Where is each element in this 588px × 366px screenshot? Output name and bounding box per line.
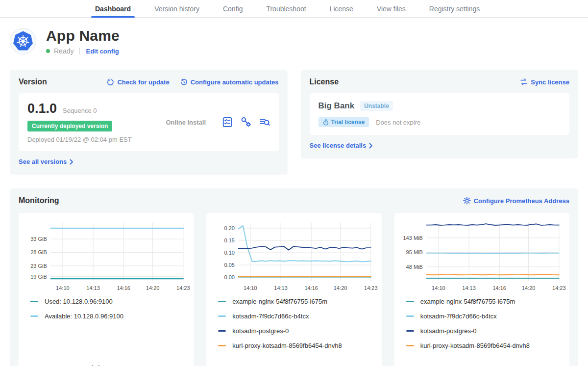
license-expiry: Does not expire [376, 119, 420, 126]
y-tick-label: 0.05 [224, 262, 235, 268]
x-tick-label: 14:20 [146, 285, 160, 291]
trial-license-badge: Trial license [318, 117, 369, 127]
legend-label: example-nginx-54f8f76755-l675m [232, 298, 327, 305]
x-tick-label: 14:13 [86, 285, 100, 291]
y-tick-label: 28 GiB [30, 249, 47, 255]
legend-item: kurl-proxy-kotsadm-8569fb6454-dnvh8 [406, 342, 564, 349]
legend-swatch [406, 315, 414, 317]
status-text: Ready [54, 47, 74, 55]
x-tick-label: 14:10 [244, 285, 257, 291]
legend-swatch [30, 301, 38, 302]
version-heading: Version [19, 78, 47, 86]
license-card: License Sync license Big Bank Unstable [301, 70, 579, 158]
x-tick-label: 14:20 [522, 285, 536, 291]
legend-label: kotsadm-7f9dc7d66c-b4tcx [420, 313, 497, 320]
cpu-usage-plot: 0.000.050.100.150.2014:1014:1314:1614:20… [211, 219, 376, 293]
version-card: Version Check for update [10, 70, 288, 175]
license-heading: License [310, 78, 339, 86]
install-type-label: Online Install [150, 119, 222, 126]
check-for-update-link[interactable]: Check for update [107, 78, 169, 86]
chevron-right-icon [369, 143, 373, 149]
legend-swatch [218, 301, 226, 302]
edit-config-link[interactable]: Edit config [86, 48, 119, 55]
top-nav: DashboardVersion historyConfigTroublesho… [0, 0, 588, 18]
legend-item: kurl-proxy-kotsadm-8569fb6454-dnvh8 [218, 342, 376, 349]
y-tick-label: 0.10 [224, 250, 235, 256]
customer-name: Big Bank [318, 101, 355, 111]
app-title-block: App Name Ready Edit config [46, 27, 120, 55]
charts-row: 19 GiB23 GiB28 GiB33 GiB14:1014:1314:161… [19, 213, 569, 366]
app-header: App Name Ready Edit config [10, 27, 578, 55]
y-tick-label: 0.00 [224, 274, 235, 280]
legend-swatch [406, 345, 414, 346]
y-tick-label: 48 MiB [406, 264, 422, 270]
x-tick-label: 14:16 [492, 285, 506, 291]
legend-label: kurl-proxy-kotsadm-8569fb6454-dnvh8 [420, 342, 530, 349]
cpu-usage-legend: example-nginx-54f8f76755-l675mkotsadm-7f… [211, 298, 376, 357]
monitoring-card: Monitoring [10, 188, 578, 366]
tab-version-history[interactable]: Version history [143, 0, 211, 17]
legend-swatch [218, 330, 226, 332]
update-schedule-icon [180, 78, 188, 86]
legend-item: Used: 10.128.0.96:9100 [30, 298, 189, 305]
legend-item: kotsadm-7f9dc7d66c-b4tcx [218, 313, 376, 320]
x-tick-label: 14:13 [462, 285, 476, 291]
stopwatch-icon [323, 119, 329, 126]
tab-troubleshoot[interactable]: Troubleshoot [254, 0, 318, 17]
legend-swatch [218, 345, 226, 346]
x-tick-label: 14:23 [364, 285, 378, 291]
legend-label: example-nginx-54f8f76755-l675m [420, 298, 515, 305]
legend-item: example-nginx-54f8f76755-l675m [406, 298, 564, 305]
series-line-kotsadm-postgres-0 [426, 224, 559, 225]
tab-registry-settings[interactable]: Registry settings [417, 0, 491, 17]
dashboard-page: App Name Ready Edit config Version [0, 27, 588, 366]
tab-config[interactable]: Config [211, 0, 254, 17]
sequence-label: Sequence 0 [63, 107, 97, 114]
channel-badge: Unstable [360, 101, 393, 111]
version-number: 0.1.0 [27, 101, 57, 116]
sync-license-link[interactable]: Sync license [520, 78, 569, 86]
deployed-timestamp: Deployed 01/19/22 @ 02:04 pm EST [27, 136, 150, 143]
gear-icon [463, 197, 471, 205]
x-tick-label: 14:10 [432, 285, 445, 291]
x-tick-label: 14:16 [305, 285, 318, 291]
nav-tabs: DashboardVersion historyConfigTroublesho… [83, 0, 491, 17]
disk-usage-legend: Used: 10.128.0.96:9100Available: 10.128.… [24, 298, 189, 327]
cpu-usage-title: CPU Usage [211, 361, 376, 366]
current-version-panel: 0.1.0 Sequence 0 Currently deployed vers… [19, 93, 279, 151]
configure-prometheus-link[interactable]: Configure Prometheus Address [463, 197, 569, 205]
config-wrench-icon[interactable] [241, 117, 251, 128]
legend-item: kotsadm-7f9dc7d66c-b4tcx [406, 313, 564, 320]
kubernetes-logo-icon [12, 30, 34, 52]
x-tick-label: 14:20 [334, 285, 347, 291]
tab-dashboard[interactable]: Dashboard [83, 0, 143, 17]
legend-swatch [30, 315, 38, 317]
cpu-usage-chart-card: 0.000.050.100.150.2014:1014:1314:1614:20… [206, 213, 381, 366]
y-tick-label: 23 GiB [30, 263, 47, 269]
legend-swatch [406, 330, 414, 332]
legend-label: kotsadm-7f9dc7d66c-b4tcx [232, 313, 309, 320]
x-tick-label: 14:13 [274, 285, 288, 291]
legend-label: kurl-proxy-kotsadm-8569fb6454-dnvh8 [232, 342, 342, 349]
y-tick-label: 19 GiB [30, 274, 47, 280]
see-license-details-link[interactable]: See license details [310, 142, 373, 149]
legend-label: Available: 10.128.0.96:9100 [45, 313, 123, 320]
divider [79, 48, 80, 54]
configure-automatic-updates-link[interactable]: Configure automatic updates [180, 78, 279, 86]
legend-label: kotsadm-postgres-0 [420, 327, 477, 335]
tab-license[interactable]: License [318, 0, 365, 17]
view-files-search-icon[interactable] [259, 117, 270, 128]
disk-usage-chart-card: 19 GiB23 GiB28 GiB33 GiB14:1014:1314:161… [19, 213, 194, 366]
legend-swatch [406, 301, 414, 302]
sync-icon [520, 78, 528, 85]
y-tick-label: 143 MiB [403, 235, 422, 241]
y-tick-label: 95 MiB [406, 249, 422, 255]
preflight-checks-icon[interactable] [222, 117, 233, 128]
refresh-icon [107, 78, 114, 86]
see-all-versions-link[interactable]: See all versions [19, 158, 74, 165]
tab-view-files[interactable]: View files [365, 0, 417, 17]
legend-label: kotsadm-postgres-0 [232, 327, 289, 335]
memory-usage-title: Memory Usage [399, 361, 564, 366]
legend-swatch [218, 315, 226, 317]
disk-usage-plot: 19 GiB23 GiB28 GiB33 GiB14:1014:1314:161… [24, 219, 189, 293]
